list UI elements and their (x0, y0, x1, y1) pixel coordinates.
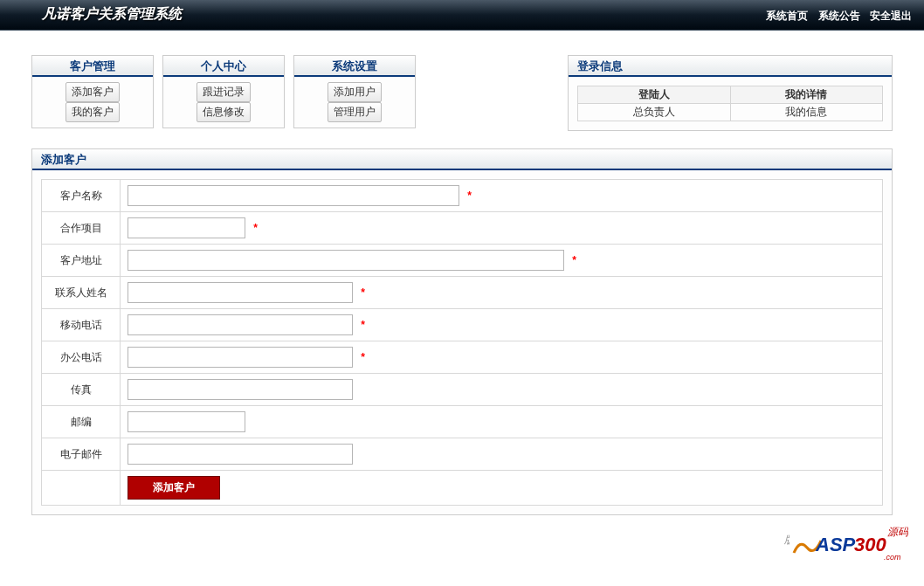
label-mobile: 移动电话 (42, 309, 121, 341)
login-panel: 登录信息 登陆人 我的详情 总负责人 我的信息 (568, 55, 893, 131)
name-input[interactable] (128, 185, 459, 206)
svg-text:.com: .com (884, 553, 901, 562)
form-table: 客户名称 * 合作项目 * 客户地址 (41, 179, 883, 506)
panels-row: 客户管理 添加客户 我的客户 个人中心 跟进记录 信息修改 系统设置 添加用户 … (31, 55, 893, 131)
contact-input[interactable] (128, 282, 353, 303)
required-star: * (467, 190, 472, 202)
login-head-detail: 我的详情 (730, 86, 883, 104)
label-fax: 传真 (42, 374, 121, 406)
form-body: 客户名称 * 合作项目 * 客户地址 (32, 170, 892, 514)
panel-system-title: 系统设置 (294, 56, 415, 77)
my-customers-button[interactable]: 我的客户 (66, 102, 120, 122)
nav-logout[interactable]: 安全退出 (870, 10, 912, 22)
submit-button[interactable]: 添加客户 (128, 476, 220, 500)
login-head-user: 登陆人 (578, 86, 731, 104)
edit-info-button[interactable]: 信息修改 (197, 102, 251, 122)
label-contact: 联系人姓名 (42, 277, 121, 309)
panel-personal: 个人中心 跟进记录 信息修改 (162, 55, 285, 128)
content: 客户管理 添加客户 我的客户 个人中心 跟进记录 信息修改 系统设置 添加用户 … (0, 31, 924, 524)
required-star: * (361, 319, 365, 331)
office-input[interactable] (128, 347, 353, 368)
topnav: 系统首页 系统公告 安全退出 (762, 9, 915, 24)
svg-text:300: 300 (854, 534, 886, 555)
login-panel-body: 登陆人 我的详情 总负责人 我的信息 (569, 77, 892, 130)
label-zip: 邮编 (42, 406, 121, 438)
label-address: 客户地址 (42, 245, 121, 277)
footer: 版权所有 2008-2012 凡 Version:B ASP 300 .com … (0, 524, 924, 563)
label-project: 合作项目 (42, 212, 121, 245)
required-star: * (253, 222, 258, 234)
nav-notice[interactable]: 系统公告 (818, 10, 860, 22)
panel-system: 系统设置 添加用户 管理用户 (293, 55, 416, 128)
project-input[interactable] (128, 217, 245, 238)
label-email: 电子邮件 (42, 438, 121, 471)
panel-customer-title: 客户管理 (32, 56, 153, 77)
panel-customer: 客户管理 添加客户 我的客户 (31, 55, 154, 128)
email-input[interactable] (128, 444, 353, 465)
app-title: 凡诺客户关系管理系统 (42, 5, 182, 24)
login-detail[interactable]: 我的信息 (730, 104, 883, 121)
track-record-button[interactable]: 跟进记录 (197, 82, 251, 102)
panel-personal-body: 跟进记录 信息修改 (163, 77, 284, 128)
svg-text:ASP: ASP (815, 534, 856, 555)
form-title: 添加客户 (32, 149, 892, 170)
add-customer-button[interactable]: 添加客户 (66, 82, 120, 102)
label-office: 办公电话 (42, 341, 121, 374)
nav-home[interactable]: 系统首页 (766, 10, 808, 22)
zip-input[interactable] (128, 411, 245, 432)
footer-copyright: 版权所有 2008-2012 凡 (31, 533, 893, 548)
panel-personal-title: 个人中心 (163, 56, 284, 77)
address-input[interactable] (128, 250, 564, 271)
label-name: 客户名称 (42, 180, 121, 212)
required-star: * (361, 351, 365, 363)
login-panel-title: 登录信息 (569, 56, 892, 77)
form-panel: 添加客户 客户名称 * 合作项目 * (31, 148, 893, 515)
required-star: * (361, 286, 365, 299)
mobile-input[interactable] (128, 314, 353, 335)
manage-user-button[interactable]: 管理用户 (328, 102, 382, 122)
topbar: 凡诺客户关系管理系统 系统首页 系统公告 安全退出 (0, 0, 924, 31)
svg-text:源码: 源码 (887, 526, 908, 538)
fax-input[interactable] (128, 379, 353, 400)
add-user-button[interactable]: 添加用户 (328, 82, 382, 102)
login-table: 登陆人 我的详情 总负责人 我的信息 (577, 86, 883, 121)
required-star: * (572, 254, 576, 266)
panel-customer-body: 添加客户 我的客户 (32, 77, 153, 128)
label-submit (42, 471, 121, 506)
asp300-logo: ASP 300 .com 源码 (790, 521, 908, 562)
panel-system-body: 添加用户 管理用户 (294, 77, 415, 128)
footer-version: Version:B (31, 548, 893, 558)
login-user: 总负责人 (578, 104, 731, 121)
